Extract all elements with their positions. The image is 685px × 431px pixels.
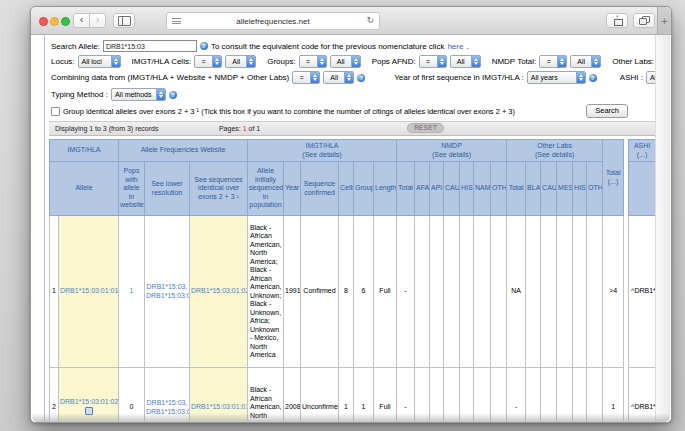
search-help-icon[interactable] [200, 42, 208, 50]
col-groups: Groups [354, 162, 374, 216]
address-bar[interactable]: allelefrequencies.net [166, 12, 380, 30]
tab-overview-button[interactable] [633, 13, 655, 28]
other-labs-cell [526, 216, 541, 368]
nmdp-cell [430, 368, 444, 422]
group-identical-checkbox[interactable] [51, 107, 60, 116]
nmdp-total-cell: - [397, 368, 415, 422]
new-tab-button[interactable]: + [657, 7, 671, 34]
other-labs-cell [541, 216, 557, 368]
imgt-cells-op-select[interactable]: = [194, 55, 222, 68]
cells-cell: 8 [339, 216, 354, 368]
groups-value-select[interactable]: All [330, 55, 361, 68]
year-cell: 1991 [284, 216, 301, 368]
nmdp-cell [491, 216, 507, 368]
ashi-label: ASHI : [620, 73, 643, 82]
group-identical-label: Group identical alleles over exons 2 + 3… [63, 107, 515, 116]
sidebar-button[interactable] [113, 13, 135, 28]
close-window-button[interactable] [39, 17, 48, 26]
nomenclature-note-period: . [466, 42, 468, 51]
typing-method-select[interactable]: All methods [111, 88, 166, 101]
year-select[interactable]: All years [527, 71, 586, 84]
vertical-scrollbar[interactable] [655, 35, 670, 421]
allele-link[interactable]: DRB1*15:03:01:02 [60, 398, 118, 405]
other-labs-total-cell: NA [507, 216, 526, 368]
zoom-window-button[interactable] [61, 17, 70, 26]
typing-method-row: Typing Method : All methods [51, 88, 656, 101]
combining-help-icon[interactable] [357, 74, 365, 82]
imgt-cells-value-select[interactable]: All [225, 55, 256, 68]
identical-sequences-link[interactable]: DRB1*15:03:01:02 [191, 287, 248, 294]
col-cau: CAU [444, 162, 460, 216]
total-column-header: Total (...) [603, 140, 624, 216]
locus-select[interactable]: All loci [78, 55, 121, 68]
share-icon [613, 16, 622, 26]
minimize-window-button[interactable] [50, 17, 59, 26]
page-viewport: Search Allele: To consult the equivalent… [32, 35, 656, 421]
results-tables: IMGT/HLA Allele Frequencies Website IMGT… [49, 139, 656, 421]
ashi-cell: ^DRB1*03:0 [629, 216, 656, 368]
total-cell: 1 [603, 368, 624, 422]
ashi-cell: ^DRB1*03:0 [629, 368, 656, 422]
see-details-link[interactable]: (See details) [249, 151, 395, 160]
combining-op-select[interactable]: = [292, 71, 320, 84]
combining-value-select[interactable]: All [323, 71, 354, 84]
imgt-cells-label: IMGT/HLA Cells: [132, 57, 192, 66]
col-cells: Cells [339, 162, 354, 216]
desktop: allelefrequencies.net + Search Allele: T… [0, 0, 685, 431]
select-arrows-icon [591, 56, 600, 67]
search-allele-input[interactable] [103, 40, 197, 52]
nmdp-cell [474, 368, 491, 422]
afw-group-header: Allele Frequencies Website [119, 140, 248, 162]
other-labs-cell [573, 216, 587, 368]
col-his: HIS [460, 162, 474, 216]
forward-button[interactable] [89, 13, 106, 28]
lower-resolution-links[interactable]: DRB1*15:03, DRB1*15:03:01 [146, 399, 190, 415]
other-labs-cell [587, 216, 603, 368]
see-details-link[interactable]: (See details) [398, 151, 505, 160]
select-arrows-icon [557, 56, 566, 67]
lower-resolution-links[interactable]: DRB1*15:03, DRB1*15:03:01 [146, 283, 190, 299]
pops-afnd-label: Pops AFND: [372, 57, 416, 66]
typing-method-label: Typing Method : [51, 90, 108, 99]
groups-op-select[interactable]: = [299, 55, 327, 68]
year-first-seq-label: Year of first sequence in IMGT/HLA : [394, 73, 524, 82]
combining-label: Combining data from (IMGT/HLA + Website … [51, 73, 289, 82]
nmdp-total-op-select[interactable]: = [539, 55, 567, 68]
filters-row: Locus: All loci IMGT/HLA Cells: = All Gr… [51, 55, 656, 68]
group-identical-row: Group identical alleles over exons 2 + 3… [51, 104, 656, 118]
allele-note-icon[interactable] [85, 407, 93, 415]
ashi-table: ASHI (...) ^DRB1*03:0 ^DRB1*03:0 [628, 139, 656, 421]
browser-window: allelefrequencies.net + Search Allele: T… [30, 6, 672, 423]
other-labs-group-header: Other Labs (See details) [507, 140, 603, 162]
search-allele-label: Search Allele: [51, 42, 100, 51]
select-arrows-icon [576, 72, 585, 83]
other-labs-cell [573, 368, 587, 422]
reset-button[interactable]: RESET [407, 123, 444, 133]
select-arrows-icon [111, 56, 120, 67]
combining-row: Combining data from (IMGT/HLA + Website … [51, 71, 656, 84]
pops-link[interactable]: 1 [130, 287, 134, 294]
results-status-bar: Displaying 1 to 3 (from 3) records Pages… [49, 121, 656, 136]
pops-afnd-op-select[interactable]: = [419, 55, 447, 68]
back-button[interactable] [73, 13, 90, 28]
select-arrows-icon [310, 72, 319, 83]
col-identical-sequences: See sequences identical over exons 2 + 3… [190, 162, 248, 216]
search-button[interactable]: Search [586, 104, 628, 118]
nmdp-cell [491, 368, 507, 422]
allele-link[interactable]: DRB1*15:03:01:01 [60, 287, 118, 294]
other-labs-cell [541, 368, 557, 422]
select-arrows-icon [156, 89, 165, 100]
nomenclature-here-link[interactable]: here [447, 42, 463, 51]
identical-sequences-link[interactable]: DRB1*15:03:01:01 [191, 403, 248, 410]
pops-afnd-value-select[interactable]: All [450, 55, 481, 68]
typing-method-help-icon[interactable] [169, 91, 177, 99]
displaying-records-text: Displaying 1 to 3 (from 3) records [55, 125, 158, 132]
see-details-link[interactable]: (See details) [508, 151, 601, 160]
year-help-icon[interactable] [589, 74, 597, 82]
share-button[interactable] [606, 13, 628, 28]
reader-view-icon[interactable] [172, 18, 181, 24]
nmdp-total-value-select[interactable]: All [570, 55, 601, 68]
reload-icon[interactable] [366, 15, 374, 25]
col-sequence-confirmed: Sequence confirmed [301, 162, 339, 216]
col-ol-total: Total [507, 162, 526, 216]
